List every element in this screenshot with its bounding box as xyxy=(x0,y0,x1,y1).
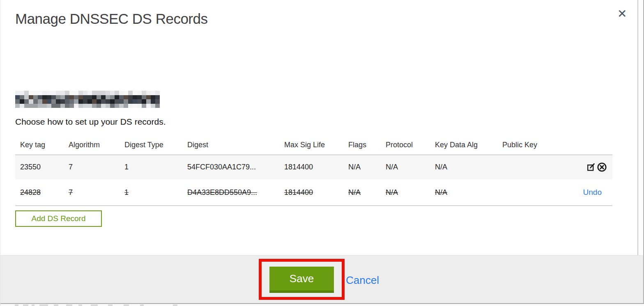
cell-flags: N/A xyxy=(343,188,381,197)
col-header-key-data-alg: Key Data Alg xyxy=(430,141,497,149)
table-row: 23550 7 1 54FCF030AA1C79... 1814400 N/A … xyxy=(15,155,612,179)
close-icon[interactable]: ✕ xyxy=(617,8,627,20)
save-button[interactable]: Save xyxy=(269,267,334,293)
instruction-text: Choose how to set up your DS records. xyxy=(15,117,166,127)
cell-algorithm: 7 xyxy=(64,188,120,197)
col-header-max-sig-life: Max Sig Life xyxy=(279,141,343,149)
cell-protocol: N/A xyxy=(381,188,430,197)
page-below-modal-artifacts xyxy=(0,304,644,306)
col-header-digest: Digest xyxy=(182,141,279,149)
table-row-deleted: 24828 7 1 D4A33E8DD550A9... 1814400 N/A … xyxy=(15,179,612,206)
row-actions xyxy=(559,162,612,173)
add-ds-record-button[interactable]: Add DS Record xyxy=(15,210,102,227)
table-header-row: Key tag Algorithm Digest Type Digest Max… xyxy=(15,135,612,155)
col-header-key-tag: Key tag xyxy=(15,141,64,149)
cell-max-sig-life: 1814400 xyxy=(279,163,343,171)
dnssec-modal: { "modal": { "title": "Manage DNSSEC DS … xyxy=(0,0,644,306)
col-header-public-key: Public Key xyxy=(497,141,559,149)
page-title: Manage DNSSEC DS Records xyxy=(15,11,207,27)
cell-key-tag: 24828 xyxy=(15,188,64,197)
cell-algorithm: 7 xyxy=(64,163,120,171)
cell-key-data-alg: N/A xyxy=(430,163,497,171)
modal-scroll-edge xyxy=(637,0,638,255)
cell-protocol: N/A xyxy=(381,163,430,171)
cell-digest: 54FCF030AA1C79... xyxy=(182,163,279,171)
cell-flags: N/A xyxy=(343,163,381,171)
col-header-digest-type: Digest Type xyxy=(120,141,182,149)
col-header-flags: Flags xyxy=(343,141,381,149)
col-header-algorithm: Algorithm xyxy=(64,141,120,149)
cell-digest-type: 1 xyxy=(120,163,182,171)
col-header-protocol: Protocol xyxy=(381,141,430,149)
row-actions: Undo xyxy=(559,188,612,197)
cancel-link[interactable]: Cancel xyxy=(346,274,379,287)
ds-records-table: Key tag Algorithm Digest Type Digest Max… xyxy=(15,135,612,206)
redacted-domain-name xyxy=(15,91,160,108)
cell-max-sig-life: 1814400 xyxy=(279,188,343,197)
undo-link[interactable]: Undo xyxy=(583,188,607,197)
cell-key-tag: 23550 xyxy=(15,163,64,171)
cell-digest: D4A33E8DD550A9... xyxy=(182,188,279,197)
delete-icon[interactable] xyxy=(596,162,607,173)
cell-key-data-alg: N/A xyxy=(430,188,497,197)
edit-icon[interactable] xyxy=(586,162,596,172)
cell-digest-type: 1 xyxy=(120,188,182,197)
